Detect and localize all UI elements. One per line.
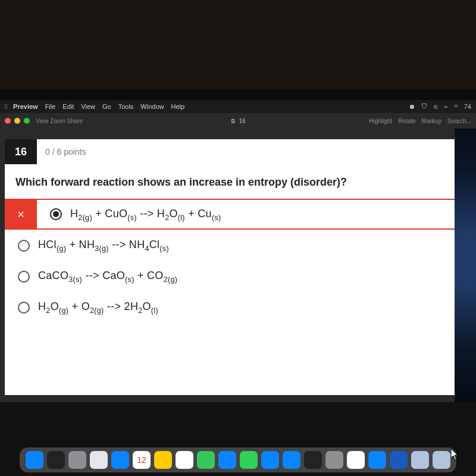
dock-app-finder[interactable] bbox=[26, 451, 43, 469]
desktop-wallpaper-sliver bbox=[455, 129, 476, 402]
close-button[interactable] bbox=[5, 118, 11, 124]
option-formula: CaCO3(s) --> CaO(s) + CO2(g) bbox=[38, 270, 177, 284]
document-viewport: McK 16 0 / 6 points Which forward reacti… bbox=[0, 129, 455, 402]
question-header: 16 0 / 6 points bbox=[5, 139, 455, 164]
radio-selected-icon[interactable] bbox=[50, 208, 62, 220]
menu-help[interactable]: Help bbox=[171, 103, 184, 110]
dock-app-tv[interactable] bbox=[304, 451, 322, 469]
option-formula: H2(g) + CuO(s) --> H2O(l) + Cu(s) bbox=[70, 208, 221, 222]
mouse-cursor-icon bbox=[451, 449, 459, 461]
option-formula: H2O(g) + O2(g) --> 2H2O(l) bbox=[38, 300, 158, 315]
answer-option[interactable]: CaCO3(s) --> CaO(s) + CO2(g) bbox=[5, 261, 455, 292]
dock-app-zoom[interactable] bbox=[368, 451, 386, 469]
preview-window: View Zoom Share 🗎 16 Highlight Rotate Ma… bbox=[0, 113, 476, 402]
toolbar-markup[interactable]: Markup bbox=[422, 118, 441, 124]
question-number-badge: 16 bbox=[5, 139, 37, 164]
window-titlebar: View Zoom Share 🗎 16 Highlight Rotate Ma… bbox=[0, 113, 476, 129]
dock-app-siri[interactable] bbox=[47, 451, 65, 469]
document-title: 16 bbox=[239, 118, 245, 124]
dock-app-settings[interactable] bbox=[325, 451, 343, 469]
menu-window[interactable]: Window bbox=[140, 103, 164, 110]
question-text: Which forward reaction shows an increase… bbox=[5, 164, 455, 199]
radio-unselected-icon[interactable] bbox=[18, 302, 30, 314]
dock-app-mail[interactable] bbox=[111, 451, 129, 469]
wifi-icon[interactable]: ⌔ bbox=[454, 103, 458, 110]
dock-app-word[interactable] bbox=[390, 451, 408, 469]
answer-option[interactable]: HCl(g) + NH3(g) --> NH4Cl(s) bbox=[5, 230, 455, 261]
toolbar-left[interactable]: View Zoom Share bbox=[36, 118, 83, 124]
dock-app-launchpad[interactable] bbox=[68, 451, 86, 469]
dock-app-appstore[interactable] bbox=[261, 451, 279, 469]
dock-app-folder2[interactable] bbox=[433, 451, 450, 469]
bluetooth-icon[interactable]: ⌁ bbox=[444, 103, 448, 111]
dock-app-folder1[interactable] bbox=[411, 451, 429, 469]
menu-go[interactable]: Go bbox=[102, 103, 111, 110]
menu-view[interactable]: View bbox=[81, 103, 95, 110]
dock-app-safari2[interactable] bbox=[283, 451, 300, 469]
macos-dock: 12 bbox=[20, 447, 456, 472]
options-list: ×H2(g) + CuO(s) --> H2O(l) + Cu(s)HCl(g)… bbox=[5, 199, 455, 322]
incorrect-x-icon: × bbox=[5, 200, 37, 228]
radio-unselected-icon[interactable] bbox=[18, 240, 30, 252]
question-points: 0 / 6 points bbox=[45, 147, 86, 156]
record-status-icon[interactable]: ⏺ bbox=[409, 103, 415, 110]
dropbox-icon[interactable]: ⎋ bbox=[434, 103, 438, 110]
answer-option[interactable]: H2O(g) + O2(g) --> 2H2O(l) bbox=[5, 292, 455, 322]
radio-unselected-icon[interactable] bbox=[18, 271, 30, 283]
app-name[interactable]: Preview bbox=[13, 103, 38, 110]
shield-icon[interactable]: ⛉ bbox=[421, 103, 428, 110]
dock-app-calendar[interactable]: 12 bbox=[133, 451, 151, 469]
apple-menu-icon[interactable]:  bbox=[5, 103, 7, 110]
dock-app-notes[interactable] bbox=[154, 451, 172, 469]
document-icon: 🗎 bbox=[230, 118, 236, 124]
menu-tools[interactable]: Tools bbox=[118, 103, 134, 110]
dock-app-chrome[interactable] bbox=[347, 451, 365, 469]
answer-option[interactable]: ×H2(g) + CuO(s) --> H2O(l) + Cu(s) bbox=[5, 199, 455, 230]
dock-app-reminders[interactable] bbox=[176, 451, 193, 469]
battery-pct: 74 bbox=[464, 103, 471, 110]
toolbar-rotate[interactable]: Rotate bbox=[398, 118, 415, 124]
dock-app-messages[interactable] bbox=[240, 451, 258, 469]
menu-file[interactable]: File bbox=[45, 103, 56, 110]
toolbar-highlight[interactable]: Highlight bbox=[369, 118, 392, 124]
option-formula: HCl(g) + NH3(g) --> NH4Cl(s) bbox=[38, 239, 169, 253]
menu-edit[interactable]: Edit bbox=[62, 103, 74, 110]
macos-menubar:  Preview File Edit View Go Tools Window… bbox=[0, 100, 476, 113]
quiz-question-card: 16 0 / 6 points Which forward reaction s… bbox=[5, 139, 455, 395]
dock-app-keynote[interactable] bbox=[218, 451, 236, 469]
toolbar-search[interactable]: Search... bbox=[447, 118, 471, 124]
zoom-button[interactable] bbox=[24, 118, 30, 124]
traffic-lights bbox=[5, 118, 30, 124]
dock-app-maps[interactable] bbox=[197, 451, 215, 469]
minimize-button[interactable] bbox=[14, 118, 20, 124]
monitor:  Preview File Edit View Go Tools Window… bbox=[0, 89, 476, 476]
dock-app-safari[interactable] bbox=[90, 451, 108, 469]
